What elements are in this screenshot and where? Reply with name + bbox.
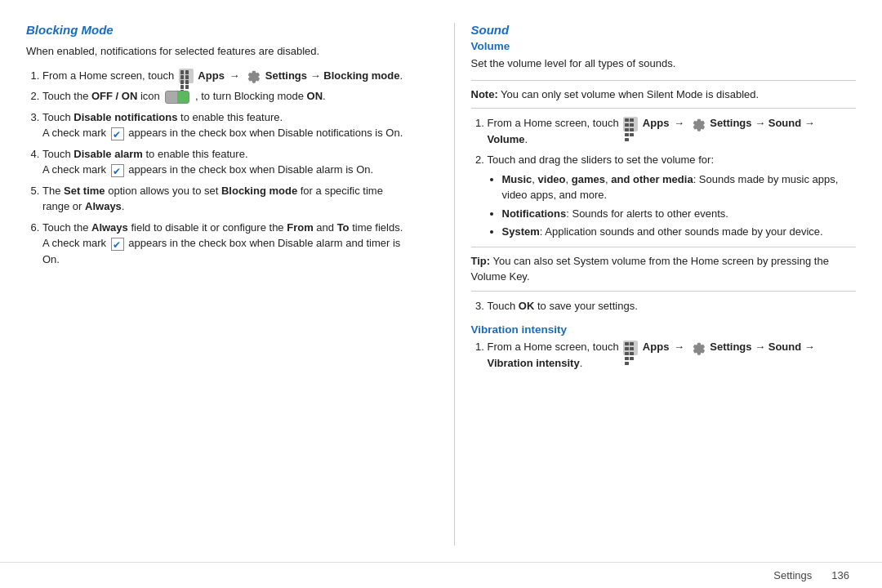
bullet-music: Music, video, games, and other media: So…	[502, 172, 857, 203]
left-column: Blocking Mode When enabled, notification…	[26, 23, 428, 546]
arrow-2: →	[674, 117, 684, 129]
step-1: From a Home screen, touch Apps → Setting…	[42, 68, 412, 84]
volume-step-3: Touch OK to save your settings.	[488, 298, 857, 314]
tip-box: Tip: You can also set System volume from…	[471, 247, 857, 292]
volume-step-1: From a Home screen, touch Apps → Setting…	[488, 115, 857, 147]
vibration-step-1: From a Home screen, touch Apps → Setting…	[488, 339, 857, 371]
settings-gear-icon-1	[246, 69, 261, 83]
step-2: Touch the OFF / ON icon , to turn Blocki…	[42, 88, 412, 105]
volume-step3-list: Touch OK to save your settings.	[471, 298, 857, 314]
settings-gear-icon-2	[691, 117, 706, 131]
right-column: Sound Volume Set the volume level for al…	[454, 23, 857, 546]
vibration-steps: From a Home screen, touch Apps → Setting…	[471, 339, 857, 371]
bullet-system: System: Application sounds and other sou…	[502, 224, 857, 240]
blocking-mode-steps: From a Home screen, touch Apps → Setting…	[26, 68, 412, 268]
volume-title: Volume	[471, 40, 857, 52]
step-4: Touch Disable alarm to enable this featu…	[42, 146, 412, 178]
checkmark-icon-2	[111, 164, 124, 177]
page-number: 136	[831, 569, 849, 581]
apps-grid-icon-3	[623, 341, 638, 355]
toggle-icon	[165, 91, 189, 104]
apps-grid-icon-2	[623, 117, 638, 131]
volume-bullet-list: Music, video, games, and other media: So…	[488, 172, 857, 240]
blocking-mode-intro: When enabled, notifications for selected…	[26, 43, 412, 60]
page-footer: Settings 136	[0, 562, 882, 588]
apps-grid-icon-1	[179, 69, 194, 83]
arrow-1: →	[229, 69, 239, 82]
checkmark-icon-3	[111, 238, 124, 251]
sound-title: Sound	[471, 23, 857, 37]
blocking-mode-title: Blocking Mode	[26, 23, 412, 37]
settings-gear-icon-3	[691, 341, 706, 355]
checkmark-icon-1	[111, 127, 124, 140]
volume-steps: From a Home screen, touch Apps → Setting…	[471, 115, 857, 240]
arrow-3: →	[674, 341, 684, 353]
vibration-title: Vibration intensity	[471, 323, 857, 336]
footer-label: Settings	[773, 569, 812, 581]
volume-intro: Set the volume level for all types of so…	[471, 56, 857, 72]
bullet-notifications: Notifications: Sounds for alerts to othe…	[502, 206, 857, 222]
step-6: Touch the Always field to disable it or …	[42, 220, 412, 268]
step-3: Touch Disable notifications to enable th…	[42, 109, 412, 141]
volume-step-2: Touch and drag the sliders to set the vo…	[488, 152, 857, 240]
step-5: The Set time option allows you to set Bl…	[42, 183, 412, 215]
note-box: Note: You can only set volume when Silen…	[471, 80, 857, 109]
